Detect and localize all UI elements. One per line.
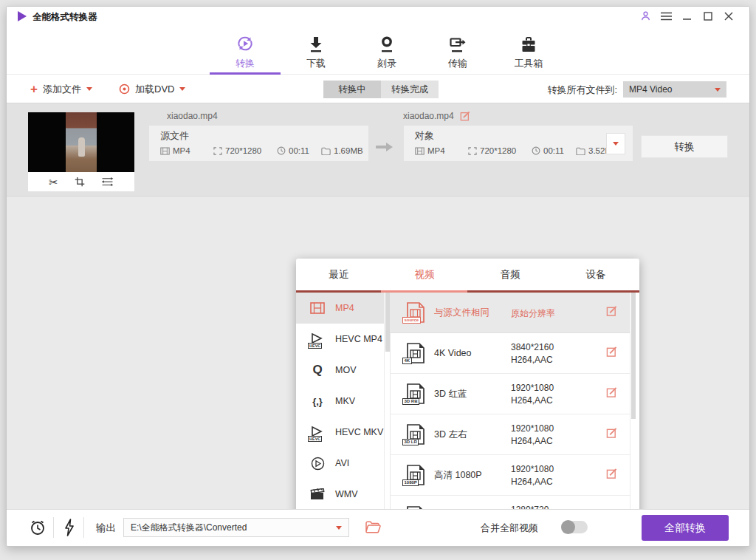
source-size: 1.69MB bbox=[334, 146, 363, 155]
format-item-mp4[interactable]: MP4 bbox=[296, 293, 384, 324]
target-format: MP4 bbox=[427, 146, 445, 155]
edit-preset-icon[interactable] bbox=[606, 468, 617, 482]
load-dvd-button[interactable]: 加载DVD bbox=[119, 75, 185, 103]
download-icon bbox=[308, 33, 324, 53]
format-chooser-popup: 最近 视频 音频 设备 MP4 HEVC HEVC bbox=[296, 259, 639, 547]
format-item-avi[interactable]: AVI bbox=[296, 448, 384, 479]
format-list-scrollbar[interactable] bbox=[384, 293, 390, 533]
format-item-mkv[interactable]: {,} MKV bbox=[296, 386, 384, 417]
video-file-icon: 3D RB bbox=[405, 383, 427, 405]
title-bar: 全能格式转换器 bbox=[7, 7, 749, 26]
content-area: ✂ xiaodao.mp4 源文件 MP4 bbox=[7, 103, 749, 511]
preset-same-as-source[interactable]: source 与源文件相同 原始分辨率 bbox=[390, 293, 633, 333]
convert-all-button[interactable]: 全部转换 bbox=[642, 515, 729, 541]
chevron-down-icon bbox=[336, 526, 342, 530]
folder-icon bbox=[321, 147, 331, 155]
nav-label-convert: 转换 bbox=[236, 57, 255, 70]
target-info-card: 对象 MP4 720*1280 00:11 bbox=[404, 126, 633, 161]
play-circle-icon bbox=[309, 455, 326, 471]
bottom-bar: 输出 E:\全能格式转换器\Converted 合并全部视频 全部转换 bbox=[7, 509, 749, 546]
crop-icon[interactable] bbox=[75, 177, 85, 187]
popup-tab-audio[interactable]: 音频 bbox=[467, 259, 553, 290]
high-speed-bolt-icon[interactable] bbox=[63, 519, 75, 539]
rename-edit-icon[interactable] bbox=[460, 111, 470, 121]
source-file-icon: source bbox=[405, 301, 427, 324]
queue-tabs: 转换中 转换完成 bbox=[323, 81, 439, 98]
effects-sliders-icon[interactable] bbox=[101, 177, 114, 187]
format-item-hevc-mp4[interactable]: HEVC HEVC MP4 bbox=[296, 324, 384, 355]
tab-converting[interactable]: 转换中 bbox=[323, 81, 381, 98]
source-card-title: 源文件 bbox=[160, 129, 368, 143]
arrow-right-icon bbox=[375, 142, 394, 155]
convert-row-button[interactable]: 转换 bbox=[641, 135, 728, 158]
output-path-value: E:\全能格式转换器\Converted bbox=[131, 522, 336, 534]
clapperboard-icon bbox=[309, 486, 326, 502]
tab-converted[interactable]: 转换完成 bbox=[381, 81, 439, 98]
trim-scissors-icon[interactable]: ✂ bbox=[49, 177, 58, 188]
target-format-dropdown-button[interactable] bbox=[606, 133, 625, 154]
edit-preset-icon[interactable] bbox=[606, 428, 617, 442]
format-item-wmv[interactable]: WMV bbox=[296, 479, 384, 510]
thumbnail-person bbox=[78, 137, 85, 157]
nav-tab-transfer[interactable]: 传输 bbox=[432, 26, 484, 74]
hevc-play-icon: HEVC bbox=[309, 424, 326, 440]
open-folder-icon[interactable] bbox=[365, 521, 381, 536]
video-thumbnail[interactable]: ✂ bbox=[28, 112, 134, 191]
nav-label-toolbox: 工具箱 bbox=[515, 57, 543, 70]
target-resolution: 720*1280 bbox=[480, 146, 516, 155]
schedule-clock-icon[interactable] bbox=[29, 519, 47, 539]
film-icon bbox=[415, 147, 425, 155]
main-nav: 转换 下载 刻录 传输 工具箱 bbox=[7, 26, 749, 75]
preset-hd-1080p[interactable]: 1080P 高清 1080P 1920*1080 H264,AAC bbox=[390, 455, 633, 496]
preset-3d-left-right[interactable]: 3D LR 3D 左右 1920*1080 H264,AAC bbox=[390, 414, 633, 455]
edit-preset-icon[interactable] bbox=[606, 346, 617, 361]
output-label: 输出 bbox=[96, 522, 116, 535]
nav-tab-burn[interactable]: 刻录 bbox=[361, 26, 413, 74]
chevron-down-icon bbox=[715, 88, 721, 92]
edit-preset-icon[interactable] bbox=[606, 306, 617, 320]
target-duration: 00:11 bbox=[543, 146, 564, 155]
video-file-icon: 4K bbox=[405, 342, 427, 364]
source-file-name: xiaodao.mp4 bbox=[167, 111, 218, 121]
chevron-down-icon bbox=[86, 87, 92, 91]
account-icon[interactable] bbox=[639, 10, 652, 22]
source-resolution: 720*1280 bbox=[225, 146, 261, 155]
maximize-button[interactable] bbox=[701, 10, 714, 22]
menu-icon[interactable] bbox=[660, 10, 673, 22]
format-item-mov[interactable]: Q MOV bbox=[296, 355, 384, 386]
dvd-icon bbox=[119, 83, 130, 95]
hevc-play-icon: HEVC bbox=[309, 331, 326, 347]
edit-preset-icon[interactable] bbox=[606, 387, 617, 401]
transfer-icon bbox=[449, 33, 467, 53]
nav-tab-toolbox[interactable]: 工具箱 bbox=[503, 26, 554, 74]
popup-tab-device[interactable]: 设备 bbox=[553, 259, 639, 290]
mp4-film-icon bbox=[309, 300, 326, 316]
preset-list: source 与源文件相同 原始分辨率 4K 4K Video 384 bbox=[390, 293, 633, 536]
preset-4k-video[interactable]: 4K 4K Video 3840*2160 H264,AAC bbox=[390, 333, 633, 374]
video-file-icon: 3D LR bbox=[405, 423, 427, 445]
source-info-card: 源文件 MP4 720*1280 00:11 bbox=[149, 126, 368, 161]
preset-3d-red-blue[interactable]: 3D RB 3D 红蓝 1920*1080 H264,AAC bbox=[390, 374, 633, 414]
chevron-down-icon bbox=[179, 87, 185, 91]
nav-tab-convert[interactable]: 转换 bbox=[219, 26, 271, 74]
merge-toggle[interactable] bbox=[561, 521, 588, 533]
resolution-icon bbox=[213, 147, 222, 155]
output-format-value: MP4 Video bbox=[629, 84, 715, 95]
close-button[interactable] bbox=[722, 10, 735, 22]
source-duration: 00:11 bbox=[289, 146, 309, 155]
output-path-select[interactable]: E:\全能格式转换器\Converted bbox=[123, 518, 349, 537]
file-row: ✂ xiaodao.mp4 源文件 MP4 bbox=[7, 103, 749, 197]
output-format-select[interactable]: MP4 Video bbox=[623, 81, 726, 98]
popup-tab-video[interactable]: 视频 bbox=[382, 259, 467, 290]
popup-tab-recent[interactable]: 最近 bbox=[296, 259, 382, 290]
clock-icon bbox=[277, 146, 286, 155]
quicktime-icon: Q bbox=[309, 362, 326, 378]
format-item-hevc-mkv[interactable]: HEVC HEVC MKV bbox=[296, 417, 384, 448]
app-window: 全能格式转换器 转换 bbox=[6, 6, 750, 547]
nav-tab-download[interactable]: 下载 bbox=[290, 26, 342, 74]
film-icon bbox=[160, 147, 170, 155]
preset-list-scrollbar[interactable] bbox=[630, 293, 636, 536]
divider bbox=[53, 517, 54, 538]
add-file-button[interactable]: + 添加文件 bbox=[30, 75, 92, 103]
minimize-button[interactable] bbox=[681, 10, 693, 22]
